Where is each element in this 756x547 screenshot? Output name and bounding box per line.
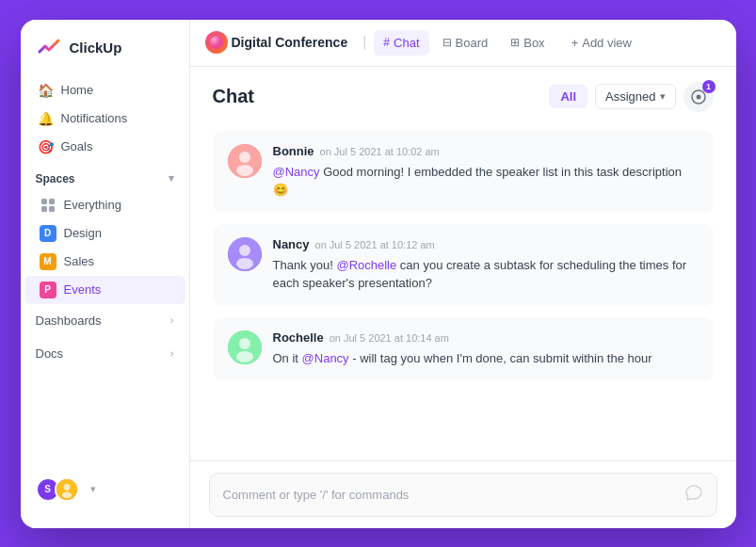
message-content-1: On it <box>273 351 302 365</box>
svg-rect-0 <box>41 199 47 204</box>
sales-label: Sales <box>64 254 95 268</box>
message-item: Rochelle on Jul 5 2021 at 10:14 am On it… <box>213 317 714 381</box>
tab-chat-label: Chat <box>394 36 419 50</box>
home-label: Home <box>61 83 94 97</box>
message-item: Bonnie on Jul 5 2021 at 10:02 am @Nancy … <box>213 131 714 213</box>
message-text: Thank you! @Rochelle can you create a su… <box>273 256 699 293</box>
svg-rect-2 <box>41 206 47 212</box>
sidebar-item-everything[interactable]: Everything <box>24 191 185 219</box>
avatar <box>228 237 262 271</box>
dashboards-chevron-icon: › <box>170 314 174 326</box>
message-meta: Bonnie on Jul 5 2021 at 10:02 am <box>273 144 699 158</box>
mention[interactable]: @Nancy <box>273 165 320 179</box>
clickup-logo-icon <box>36 35 62 61</box>
tab-board-label: Board <box>456 36 489 50</box>
message-author: Rochelle <box>273 330 324 345</box>
chat-title: Chat <box>213 86 254 107</box>
app-container: ClickUp 🏠 Home 🔔 Notifications 🎯 Goals S… <box>21 20 736 528</box>
project-name: Digital Conference <box>232 35 348 50</box>
design-dot: D <box>40 225 56 242</box>
tab-box[interactable]: ⊞ Box <box>501 30 554 56</box>
spaces-chevron-icon[interactable]: ▾ <box>169 172 174 185</box>
assigned-label: Assigned <box>605 89 655 104</box>
sidebar-item-design[interactable]: D Design <box>24 219 185 248</box>
assigned-chevron-icon: ▾ <box>660 90 666 103</box>
mention[interactable]: @Nancy <box>302 351 349 365</box>
board-icon: ⊟ <box>442 36 452 49</box>
message-body: Nancy on Jul 5 2021 at 10:12 am Thank yo… <box>273 237 699 293</box>
docs-chevron-icon: › <box>170 347 174 359</box>
chat-area: Chat All Assigned ▾ 1 <box>190 67 736 528</box>
message-content-1: Thank you! <box>273 258 337 272</box>
mention[interactable]: @Rochelle <box>336 258 396 272</box>
message-text: @Nancy Good morning! I embedded the spea… <box>273 163 699 200</box>
chat-hash-icon: # <box>383 36 390 49</box>
message-body: Rochelle on Jul 5 2021 at 10:14 am On it… <box>273 330 699 368</box>
top-nav: Digital Conference | # Chat ⊟ Board ⊞ Bo… <box>190 20 736 67</box>
sidebar-item-goals[interactable]: 🎯 Goals <box>28 133 182 161</box>
message-content-2: - will tag you when I'm done, can submit… <box>352 351 651 365</box>
logo-text: ClickUp <box>70 40 122 56</box>
svg-point-7 <box>210 36 223 49</box>
message-body: Bonnie on Jul 5 2021 at 10:02 am @Nancy … <box>273 144 699 200</box>
sidebar-item-sales[interactable]: M Sales <box>24 248 185 276</box>
home-icon: 🏠 <box>38 83 54 98</box>
dashboards-label: Dashboards <box>36 314 102 328</box>
message-meta: Rochelle on Jul 5 2021 at 10:14 am <box>273 330 699 345</box>
sidebar-nav: 🏠 Home 🔔 Notifications 🎯 Goals <box>21 76 189 161</box>
box-icon: ⊞ <box>510 36 520 49</box>
message-meta: Nancy on Jul 5 2021 at 10:12 am <box>273 237 699 251</box>
tab-chat[interactable]: # Chat <box>374 30 428 56</box>
comment-area: Comment or type '/' for commands <box>190 460 736 528</box>
sidebar-item-events[interactable]: P Events <box>24 276 185 304</box>
user-area[interactable]: S ▾ <box>21 466 189 513</box>
svg-point-14 <box>239 245 250 256</box>
sidebar-item-docs[interactable]: Docs › <box>21 337 189 370</box>
message-author: Bonnie <box>273 144 314 158</box>
sidebar-item-home[interactable]: 🏠 Home <box>28 76 182 105</box>
message-time: on Jul 5 2021 at 10:12 am <box>315 239 435 250</box>
sidebar-item-notifications[interactable]: 🔔 Notifications <box>28 105 182 133</box>
add-view-button[interactable]: + Add view <box>562 31 641 55</box>
message-author: Nancy <box>273 237 310 251</box>
project-icon <box>205 31 228 54</box>
goals-label: Goals <box>61 139 93 153</box>
svg-point-18 <box>236 351 253 362</box>
svg-point-5 <box>63 484 70 491</box>
notifications-label: Notifications <box>61 111 128 125</box>
logo-area: ClickUp <box>21 35 189 76</box>
avatar-stack: S <box>36 477 79 502</box>
user-chevron-icon: ▾ <box>90 483 96 495</box>
tab-box-label: Box <box>523 36 544 50</box>
design-label: Design <box>64 226 102 240</box>
everything-label: Everything <box>64 198 121 212</box>
message-bubble-icon <box>684 483 703 507</box>
sidebar: ClickUp 🏠 Home 🔔 Notifications 🎯 Goals S… <box>21 20 190 528</box>
message-item: Nancy on Jul 5 2021 at 10:12 am Thank yo… <box>213 224 714 306</box>
everything-icon <box>40 197 56 214</box>
comment-input-wrap[interactable]: Comment or type '/' for commands <box>209 473 717 517</box>
add-view-label: Add view <box>582 36 632 50</box>
avatar-user <box>55 477 79 502</box>
message-text: On it @Nancy - will tag you when I'm don… <box>273 349 699 368</box>
comment-placeholder: Comment or type '/' for commands <box>223 488 684 502</box>
docs-label: Docs <box>36 346 64 361</box>
goals-icon: 🎯 <box>38 139 54 154</box>
sales-dot: M <box>40 253 56 270</box>
message-time: on Jul 5 2021 at 10:02 am <box>320 146 440 157</box>
avatar <box>228 144 262 178</box>
tab-board[interactable]: ⊟ Board <box>433 30 498 56</box>
notification-button[interactable]: 1 <box>684 82 714 112</box>
filter-assigned-dropdown[interactable]: Assigned ▾ <box>595 84 675 109</box>
chat-header: Chat All Assigned ▾ 1 <box>190 67 736 123</box>
nav-divider: | <box>362 34 366 51</box>
main-content: Digital Conference | # Chat ⊟ Board ⊞ Bo… <box>190 20 736 528</box>
filter-all-button[interactable]: All <box>549 85 587 108</box>
svg-rect-1 <box>49 199 55 204</box>
sidebar-item-dashboards[interactable]: Dashboards › <box>21 304 189 337</box>
avatar <box>228 330 262 364</box>
svg-point-11 <box>239 152 250 163</box>
events-dot: P <box>40 282 56 298</box>
spaces-label: Spaces <box>36 172 75 185</box>
svg-point-6 <box>61 491 71 498</box>
